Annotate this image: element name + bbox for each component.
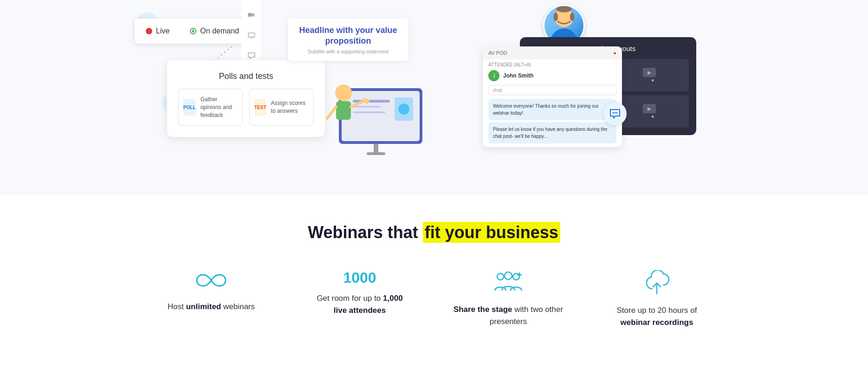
feature-unlimited: Host unlimited webinars	[155, 270, 267, 328]
svg-point-20	[335, 84, 352, 101]
headline-main: Headline with your value proposition	[298, 25, 398, 47]
live-dot	[146, 28, 152, 34]
poll-option-card[interactable]: POLL Gather opinions and feedback	[178, 89, 243, 126]
share-stage-bold: Share the stage	[453, 305, 512, 314]
svg-rect-21	[336, 101, 351, 120]
feature-recordings: Store up to 20 hours of webinar recordin…	[601, 270, 713, 328]
heading-highlight: fit your business	[423, 222, 560, 243]
chat-header: AV POD ●	[483, 46, 622, 59]
chat-attendee-label: ATTENDEE (ALT+A)	[483, 59, 622, 68]
feature-attendees-text: Get room for up to 1,000live attendees	[317, 292, 402, 316]
svg-rect-18	[374, 144, 378, 153]
chat-icon-bubble	[603, 102, 627, 125]
svg-rect-15	[353, 111, 385, 113]
svg-rect-5	[248, 33, 255, 37]
svg-point-32	[497, 273, 504, 280]
chat-bubble-1: Welcome everyone! Thanks so much for joi…	[488, 99, 616, 120]
feature-presenters: Share the stage with two other presenter…	[453, 270, 564, 328]
section-heading: Webinars that fit your business	[0, 223, 868, 242]
chat-input-box[interactable]: chat	[488, 85, 616, 95]
svg-point-27	[554, 13, 558, 21]
persons-icon	[492, 270, 525, 296]
svg-point-33	[505, 272, 512, 279]
svg-point-29	[613, 112, 614, 114]
recorder-cell-icon-4: ▶	[643, 104, 656, 113]
features-grid: Host unlimited webinars 1000 Get room fo…	[109, 270, 759, 328]
chat-user-row: J John Smith	[483, 68, 622, 83]
feature-recordings-text: Store up to 20 hours of webinar recordin…	[601, 305, 713, 328]
feature-presenters-text: Share the stage with two other presenter…	[453, 304, 564, 327]
infinity-icon	[195, 270, 227, 293]
sidebar-video-icon[interactable]	[244, 7, 259, 22]
poll-icon: POLL	[183, 99, 196, 116]
chat-input-row: chat	[483, 83, 622, 97]
svg-rect-14	[353, 106, 381, 108]
svg-point-28	[570, 13, 574, 21]
polls-panel: Polls and tests POLL Gather opinions and…	[167, 60, 325, 137]
speaker-illustration	[302, 46, 432, 167]
ondemand-option[interactable]: On demand	[181, 23, 247, 39]
feature-attendees: 1000 Get room for up to 1,000live attend…	[304, 270, 415, 328]
recorder-badge-2: ■	[643, 78, 656, 83]
recordings-bold: webinar recordings	[621, 318, 693, 327]
polls-title: Polls and tests	[178, 71, 314, 81]
ondemand-dot	[190, 28, 196, 34]
recorder-cell-icon-2: ▶	[643, 68, 656, 77]
chat-bubble-2: Please let us know if you have any quest…	[488, 122, 616, 143]
attendees-bold2: live attendees	[334, 306, 386, 315]
chat-username: John Smith	[503, 72, 533, 79]
unlimited-bold: unlimited	[186, 302, 221, 311]
chat-header-left: AV POD	[488, 50, 507, 56]
attendees-number: 1000	[343, 270, 376, 285]
svg-line-22	[327, 107, 336, 118]
attendees-bold: 1,000	[383, 294, 403, 303]
heading-prefix: Webinars that	[308, 223, 422, 242]
recorder-badge-4: ■	[643, 114, 656, 119]
chat-panel: AV POD ● ATTENDEE (ALT+A) J John Smith c…	[483, 46, 622, 147]
chat-header-right: ●	[613, 50, 616, 56]
svg-point-17	[398, 104, 409, 115]
test-icon: TEST	[254, 99, 266, 116]
svg-point-31	[616, 112, 618, 114]
live-option[interactable]: Live	[137, 23, 178, 39]
svg-rect-19	[367, 152, 385, 155]
svg-point-30	[615, 112, 616, 114]
polls-options: POLL Gather opinions and feedback TEST A…	[178, 89, 314, 126]
upload-cloud-icon	[643, 270, 671, 297]
chat-avatar: J	[488, 70, 499, 81]
bottom-section: Webinars that fit your business Host unl…	[0, 195, 868, 356]
sidebar-screen-icon[interactable]	[244, 28, 259, 43]
poll-text: Gather opinions and feedback	[201, 96, 238, 119]
feature-unlimited-text: Host unlimited webinars	[168, 301, 255, 313]
ondemand-label: On demand	[200, 27, 239, 35]
live-label: Live	[156, 27, 169, 35]
top-section: Live On demand	[0, 0, 868, 195]
svg-rect-4	[248, 13, 253, 17]
